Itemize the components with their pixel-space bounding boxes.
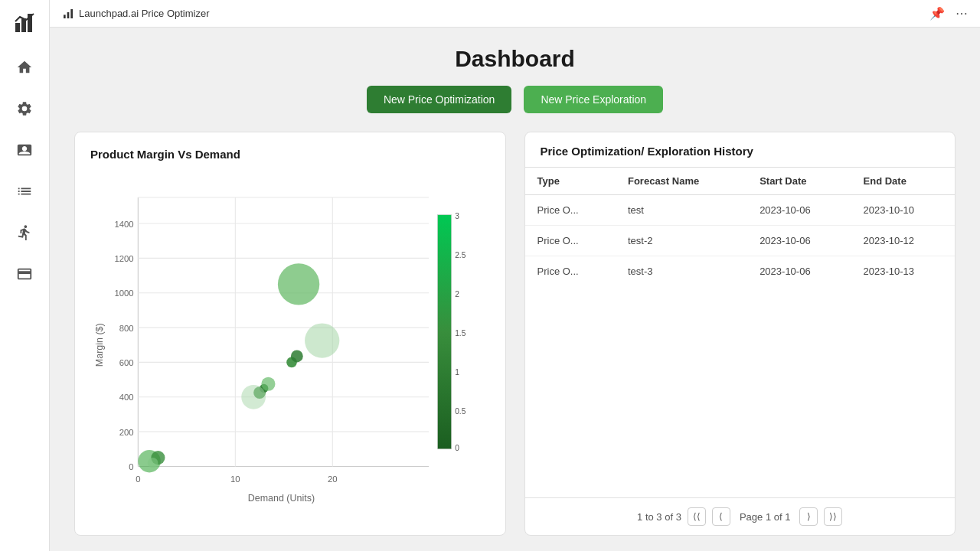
- svg-text:0: 0: [129, 462, 133, 471]
- chart-area: Margin ($): [90, 170, 490, 520]
- svg-text:2.5: 2.5: [455, 251, 466, 259]
- table-body: Price O... test 2023-10-06 2023-10-10 Pr…: [525, 195, 956, 287]
- chart-title: Product Margin Vs Demand: [90, 148, 490, 161]
- cell-start-date: 2023-10-06: [747, 195, 851, 226]
- history-table: Type Forecast Name Start Date End Date P…: [525, 167, 956, 286]
- svg-text:200: 200: [119, 428, 134, 437]
- svg-text:600: 600: [119, 358, 134, 367]
- table-row[interactable]: Price O... test-3 2023-10-06 2023-10-13: [525, 256, 956, 287]
- svg-rect-3: [64, 15, 66, 18]
- svg-rect-4: [67, 12, 70, 18]
- new-price-optimization-button[interactable]: New Price Optimization: [367, 86, 512, 113]
- svg-rect-0: [15, 23, 20, 32]
- sidebar: [0, 0, 50, 551]
- svg-text:0.5: 0.5: [455, 407, 466, 416]
- page-content: Dashboard New Price Optimization New Pri…: [50, 28, 980, 551]
- more-icon[interactable]: ⋯: [956, 6, 968, 21]
- svg-point-37: [261, 377, 275, 391]
- svg-text:800: 800: [119, 324, 134, 333]
- svg-text:1200: 1200: [114, 254, 133, 263]
- table-header: Type Forecast Name Start Date End Date: [525, 168, 956, 195]
- next-page-button[interactable]: ⟩: [799, 507, 818, 526]
- col-start-date: Start Date: [747, 168, 851, 195]
- table-row[interactable]: Price O... test-2 2023-10-06 2023-10-12: [525, 226, 956, 256]
- cell-start-date: 2023-10-06: [747, 226, 851, 256]
- app-logo-small-icon: [62, 8, 74, 20]
- cell-type: Price O...: [525, 226, 616, 256]
- dashboard-header: Dashboard New Price Optimization New Pri…: [74, 46, 956, 113]
- media-nav[interactable]: [6, 132, 43, 168]
- app-title-bar: Launchpad.ai Price Optimizer: [62, 8, 210, 20]
- cell-start-date: 2023-10-06: [747, 256, 851, 287]
- svg-rect-1: [21, 18, 26, 32]
- svg-point-33: [148, 458, 158, 468]
- svg-text:0: 0: [136, 474, 140, 484]
- history-table-panel: Price Optimization/ Exploration History …: [524, 132, 956, 536]
- page-label: Page 1 of 1: [740, 511, 791, 523]
- svg-text:10: 10: [230, 474, 240, 484]
- svg-point-39: [291, 350, 303, 363]
- table-row[interactable]: Price O... test 2023-10-06 2023-10-10: [525, 195, 956, 226]
- cell-end-date: 2023-10-12: [851, 226, 955, 256]
- app-logo: [9, 8, 40, 38]
- pagination-bar: 1 to 3 of 3 ⟨⟨ ⟨ Page 1 of 1 ⟩ ⟩⟩: [525, 497, 956, 535]
- svg-point-40: [305, 323, 339, 357]
- scatter-chart: Margin ($): [90, 170, 490, 520]
- cell-type: Price O...: [525, 195, 616, 226]
- svg-text:Margin ($): Margin ($): [94, 323, 105, 367]
- svg-rect-5: [70, 9, 73, 18]
- svg-text:1400: 1400: [114, 220, 133, 229]
- cell-forecast-name: test: [616, 195, 747, 226]
- svg-rect-42: [437, 215, 451, 449]
- top-app-bar: Launchpad.ai Price Optimizer 📌 ⋯: [50, 0, 980, 28]
- new-price-exploration-button[interactable]: New Price Exploration: [524, 86, 663, 113]
- svg-text:20: 20: [328, 474, 338, 484]
- svg-text:3: 3: [455, 212, 459, 220]
- history-table-content: Type Forecast Name Start Date End Date P…: [525, 167, 956, 497]
- pagination-summary: 1 to 3 of 3: [637, 511, 681, 523]
- svg-text:2: 2: [455, 290, 459, 298]
- chart-panel: Product Margin Vs Demand Margin ($): [74, 132, 506, 536]
- last-page-button[interactable]: ⟩⟩: [824, 507, 842, 526]
- app-title-text: Launchpad.ai Price Optimizer: [79, 8, 210, 19]
- svg-text:1.5: 1.5: [455, 329, 466, 337]
- cell-forecast-name: test-3: [616, 256, 747, 287]
- col-forecast-name: Forecast Name: [616, 168, 747, 195]
- dashboard-title: Dashboard: [74, 46, 956, 72]
- cell-type: Price O...: [525, 256, 616, 287]
- content-grid: Product Margin Vs Demand Margin ($): [74, 132, 956, 536]
- activity-nav[interactable]: [6, 214, 43, 251]
- svg-text:1000: 1000: [114, 289, 133, 298]
- action-buttons: New Price Optimization New Price Explora…: [74, 86, 956, 113]
- settings-nav[interactable]: [6, 90, 43, 127]
- svg-text:1: 1: [455, 368, 459, 377]
- window-controls: 📌 ⋯: [929, 6, 968, 21]
- cell-forecast-name: test-2: [616, 226, 747, 256]
- svg-text:Demand (Units): Demand (Units): [248, 493, 315, 504]
- list-nav[interactable]: [6, 173, 43, 210]
- cell-end-date: 2023-10-10: [851, 195, 955, 226]
- billing-nav[interactable]: [6, 256, 43, 292]
- cell-end-date: 2023-10-13: [851, 256, 955, 287]
- col-type: Type: [525, 168, 616, 195]
- col-end-date: End Date: [851, 168, 955, 195]
- svg-point-41: [278, 263, 319, 305]
- home-nav[interactable]: [6, 49, 43, 86]
- pin-icon[interactable]: 📌: [929, 6, 945, 21]
- first-page-button[interactable]: ⟨⟨: [688, 507, 706, 526]
- history-table-title: Price Optimization/ Exploration History: [525, 132, 956, 167]
- prev-page-button[interactable]: ⟨: [712, 507, 730, 526]
- svg-text:0: 0: [455, 444, 459, 452]
- svg-text:400: 400: [119, 393, 134, 402]
- svg-point-36: [241, 385, 266, 409]
